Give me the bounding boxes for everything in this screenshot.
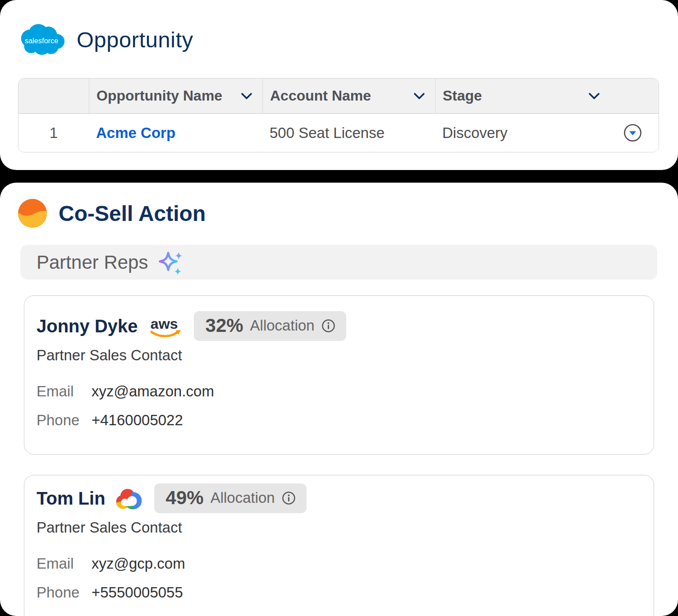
allocation-badge: 32% Allocation	[194, 311, 346, 341]
partner-reps-bar: Partner Reps	[20, 245, 657, 280]
column-label: Account Name	[270, 87, 371, 104]
email-label: Email	[37, 555, 92, 572]
partner-rep-card: Tom Lin	[24, 475, 654, 616]
allocation-label: Allocation	[250, 317, 315, 334]
chevron-down-icon[interactable]	[413, 92, 425, 100]
ai-sparkles-icon	[157, 251, 184, 276]
google-cloud-logo-icon	[115, 487, 144, 510]
co-sell-action-card: Co-Sell Action Partner Reps Jonny Dyke a…	[0, 183, 678, 616]
salesforce-wordmark: salesforce	[25, 37, 59, 45]
allocation-percent: 32%	[206, 315, 243, 336]
allocation-label: Allocation	[211, 489, 275, 506]
column-header-opportunity-name: Opportunity Name	[89, 78, 262, 113]
rep-role: Partner Sales Contact	[37, 347, 641, 364]
stage-value: Discovery	[442, 124, 508, 142]
section-title: Co-Sell Action	[59, 201, 206, 226]
opportunity-name-cell: Acme Corp	[89, 124, 262, 142]
email-row: Email xyz@gcp.com	[37, 555, 641, 572]
phone-row: Phone +4160005022	[37, 412, 641, 429]
allocation-badge: 49% Allocation	[154, 483, 307, 513]
table-header-row: Opportunity Name Account Name Stage	[18, 78, 659, 114]
partner-rep-card: Jonny Dyke aws 32% Allocation Partner Sa…	[24, 295, 654, 455]
info-icon[interactable]	[321, 319, 335, 333]
partner-reps-label: Partner Reps	[37, 252, 148, 273]
co-sell-header: Co-Sell Action	[0, 199, 678, 228]
chevron-down-icon[interactable]	[588, 92, 600, 100]
aws-wordmark: aws	[150, 316, 178, 332]
row-number: 1	[18, 124, 89, 142]
email-label: Email	[37, 383, 92, 400]
rep-role: Partner Sales Contact	[37, 519, 641, 536]
rep-name: Tom Lin	[37, 488, 105, 509]
row-number-column-header	[18, 78, 89, 113]
column-header-account-name: Account Name	[262, 78, 435, 113]
phone-value: +4160005022	[92, 412, 183, 429]
email-value: xyz@gcp.com	[92, 555, 185, 572]
phone-label: Phone	[37, 584, 92, 601]
info-icon[interactable]	[282, 491, 296, 505]
circle-chevron-down-icon[interactable]	[623, 124, 642, 142]
opportunity-table: Opportunity Name Account Name Stage 1	[18, 78, 659, 152]
account-name-cell: 500 Seat License	[262, 124, 435, 142]
rep-header-row: Jonny Dyke aws 32% Allocation	[37, 311, 641, 341]
phone-value: +5550005055	[92, 584, 183, 601]
rep-name: Jonny Dyke	[37, 316, 138, 336]
table-row: 1 Acme Corp 500 Seat License Discovery	[18, 114, 659, 152]
column-header-stage: Stage	[435, 78, 659, 113]
chevron-down-icon[interactable]	[241, 92, 252, 100]
email-value: xyz@amazon.com	[92, 383, 214, 400]
email-row: Email xyz@amazon.com	[37, 383, 641, 400]
allocation-percent: 49%	[166, 487, 204, 509]
column-label: Stage	[443, 87, 482, 104]
stage-cell: Discovery	[435, 124, 659, 142]
aws-logo-icon: aws	[147, 315, 183, 340]
opportunity-header: salesforce Opportunity	[0, 0, 678, 57]
opportunity-link[interactable]: Acme Corp	[96, 124, 175, 141]
salesforce-logo-icon: salesforce	[18, 23, 66, 57]
rep-header-row: Tom Lin	[37, 483, 641, 513]
cosell-sun-logo-icon	[18, 199, 47, 228]
phone-label: Phone	[37, 412, 92, 429]
phone-row: Phone +5550005055	[37, 584, 641, 601]
column-label: Opportunity Name	[96, 87, 222, 104]
salesforce-opportunity-card: salesforce Opportunity Opportunity Name …	[0, 0, 678, 170]
page-title: Opportunity	[77, 27, 193, 52]
